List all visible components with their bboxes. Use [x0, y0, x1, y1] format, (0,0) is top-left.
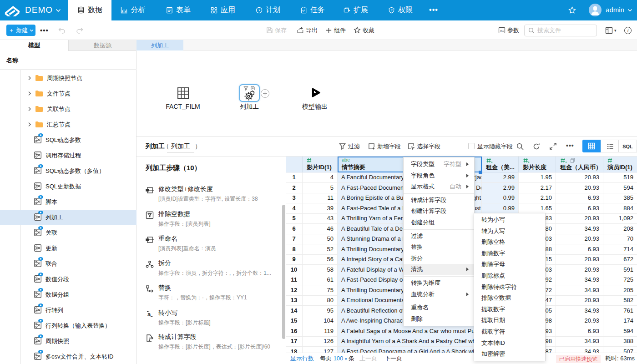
svg-text:?: ?: [390, 8, 392, 12]
svg-text:x: x: [500, 29, 502, 33]
